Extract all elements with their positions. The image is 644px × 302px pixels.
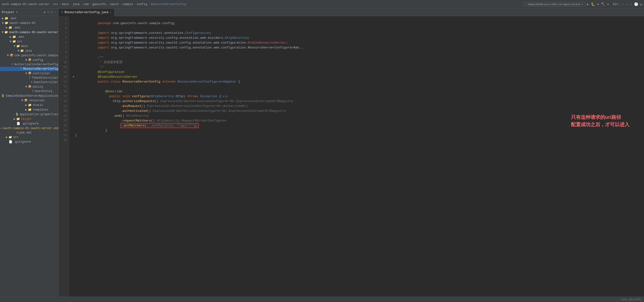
code-line-19: .authenticated() ExpressionUrlAuthorizat… <box>72 104 644 109</box>
code-container: 1 2 3 4 5 6 7 8 9 10 11 12 13 14 15 16 1… <box>58 16 644 297</box>
sidebar-item-oauth-server[interactable]: ▼ 📁 oauth-sample-01-oauth-server <box>0 30 58 35</box>
code-line-11: @Configuration <box>72 65 644 70</box>
folder-icon-main: 📁 <box>16 44 20 48</box>
breadcrumb-current: ResourceServerConfig <box>151 3 186 6</box>
tab-close[interactable]: ✕ <box>110 11 112 14</box>
resources-icon: 📦 <box>24 99 28 102</box>
sidebar-item-app-properties[interactable]: 🍃 application.properties <box>0 112 58 117</box>
sidebar-title: Project ▾ <box>2 11 18 14</box>
sidebar-item-gitignore2[interactable]: 📄 .gitignore <box>0 140 58 144</box>
file-icon-gitignore1: 📄 <box>16 122 20 125</box>
code-line-5: import org.springframework.security.oaut… <box>72 36 644 41</box>
config-package-icon: 📦 <box>28 58 32 62</box>
folder-icon-target: 📁 <box>16 117 20 121</box>
git-push[interactable]: ↗ <box>630 2 632 6</box>
code-line-15: @Override <box>72 84 644 89</box>
expand-icon: ▶ <box>2 17 4 20</box>
sidebar-item-user-controller[interactable]: C UserController <box>0 80 58 85</box>
sidebar-item-auth-server-config[interactable]: C AuthorizationServerConfig <box>0 62 58 67</box>
sidebar-item-user-entity[interactable]: C UserEntity <box>0 89 58 94</box>
code-line-9: * 资源服务配置 <box>72 55 644 60</box>
iml-icon: ◇ <box>0 126 2 130</box>
code-line-14 <box>72 79 644 84</box>
sidebar-item-entity[interactable]: ▼ 📦 entity <box>0 85 58 89</box>
class-icon-entity: C <box>32 90 34 93</box>
pom-icon: m <box>16 131 18 134</box>
run-button[interactable]: ▶ <box>587 2 589 6</box>
sidebar-item-java[interactable]: ▼ 📁 java <box>0 49 58 53</box>
sidebar-item-gitignore1[interactable]: 📄 .gitignore <box>0 121 58 126</box>
folder-icon-static: 📁 <box>28 103 32 107</box>
collapse-icon[interactable]: ≡ <box>47 10 49 14</box>
git-check1[interactable]: ✓ <box>622 2 624 6</box>
sidebar-item-token-controller[interactable]: C TokenController <box>0 76 58 80</box>
sidebar-item-resource-server-config[interactable]: C ResourceServerConfig <box>0 67 58 71</box>
code-line-12: @EnableResourceServer <box>72 70 644 75</box>
code-editor[interactable]: − package com.gaoxinfu.oauth.sample.conf… <box>69 16 644 297</box>
sidebar-item-templates[interactable]: ▶ 📁 templates <box>0 107 58 112</box>
sidebar-item-resources[interactable]: ▼ 📦 resources <box>0 98 58 103</box>
code-line-4: import org.springframework.security.conf… <box>72 31 644 36</box>
folder-icon-templates: 📁 <box>28 108 32 112</box>
build-button[interactable]: 🔨 <box>601 2 605 6</box>
folder-icon-oauth: 📁 <box>4 21 8 25</box>
class-icon-token: C <box>29 76 31 80</box>
breadcrumb-java: java <box>72 3 80 6</box>
run-config-icon: ✕ <box>525 3 527 6</box>
sidebar-tree: ▶ 📁 .mvn ▼ 📁 oauth-sample-01 ▶ 📁 .mvn <box>0 16 58 297</box>
run-config-label: Sample01ResourceServerApplication <box>528 3 581 6</box>
breadcrumb-sample: sample <box>122 3 133 6</box>
git-check2[interactable]: ✓ <box>626 2 628 6</box>
tab-file-icon: C <box>61 11 63 14</box>
coverage-button[interactable]: ⊕ <box>597 2 599 6</box>
sidebar-item-mvn2[interactable]: ▶ 📁 .mvn <box>0 25 58 30</box>
sidebar-item-pom[interactable]: m pom.xml <box>0 131 58 135</box>
folder-icon-java: 📁 <box>20 49 24 53</box>
breadcrumb-main: main <box>62 3 69 6</box>
code-line-16: − public void configure(HttpSecurity htt… <box>72 89 644 94</box>
settings-icon[interactable]: ⚙ <box>50 10 52 14</box>
sidebar-item-mvn3[interactable]: ▶ 📁 .mvn <box>0 35 58 39</box>
breadcrumb-com: com <box>83 3 88 6</box>
code-line-18: .anyRequest() ExpressionUrlAuthorization… <box>72 99 644 104</box>
sidebar-item-static[interactable]: ▶ 📁 static <box>0 103 58 107</box>
code-line-24 <box>72 128 644 133</box>
sidebar-item-src2[interactable]: ▶ 📁 src <box>0 135 58 140</box>
line-numbers: 1 2 3 4 5 6 7 8 9 10 11 12 13 14 15 16 1… <box>58 16 69 297</box>
controller-icon: 📦 <box>28 72 32 75</box>
sidebar: Project ▾ ⊕ ≡ ⚙ − ▶ 📁 .mvn ▼ 📁 oauth-s <box>0 9 58 297</box>
sidebar-item-config[interactable]: ▼ 📦 config <box>0 58 58 62</box>
fold-gutter-1: − <box>72 16 75 21</box>
debug-button[interactable]: 🐛 <box>591 2 595 6</box>
sidebar-item-iml[interactable]: ◇ oauth-sample-01-oauth-server.iml <box>0 126 58 131</box>
folder-icon-mvn3: 📁 <box>12 35 16 39</box>
breadcrumb-gaoxinfu: gaoxinfu <box>92 3 106 6</box>
close-icon[interactable]: − <box>54 10 56 14</box>
class-icon-auth: C <box>12 63 14 66</box>
sidebar-item-src[interactable]: ▼ 📁 src <box>0 39 58 44</box>
sidebar-item-main[interactable]: ▼ 📁 main <box>0 44 58 49</box>
class-icon-user: C <box>31 81 32 84</box>
class-icon-resource: C <box>20 67 22 71</box>
code-line-6: import org.springframework.security.oaut… <box>72 41 644 45</box>
tab-label: ResourceServerConfig.java <box>64 11 108 14</box>
folder-icon-mvn2: 📁 <box>8 26 12 30</box>
app-icon: 🍃 <box>1 94 4 98</box>
editor-area: C ResourceServerConfig.java ✕ 1 2 3 4 5 … <box>58 9 644 297</box>
more-button[interactable]: ▾ <box>607 2 609 6</box>
sidebar-item-controller[interactable]: ▼ 📦 controller <box>0 71 58 76</box>
sidebar-item-package[interactable]: ▼ 📦 com.gaoxinfu.oauth.sample <box>0 53 58 58</box>
breadcrumb-src: src <box>53 3 58 6</box>
git-history[interactable]: 🕐 <box>634 2 638 6</box>
sep1: › <box>50 3 52 6</box>
sidebar-item-main-app[interactable]: 🍃 Sample01OauthServerApplication <box>0 94 58 98</box>
run-config-dropdown-icon[interactable]: ▾ <box>582 3 584 6</box>
sidebar-item-oauth-sample-01[interactable]: ▼ 📁 oauth-sample-01 <box>0 21 58 25</box>
sidebar-item-target[interactable]: ▶ 📁 target <box>0 117 58 121</box>
git-revert[interactable]: ↺ <box>640 2 642 6</box>
locate-icon[interactable]: ⊕ <box>44 10 46 14</box>
status-text: CSDN @东山富哥 <box>621 297 641 301</box>
sidebar-item-mvn-top[interactable]: ▶ 📁 .mvn <box>0 16 58 21</box>
tab-resource-server-config[interactable]: C ResourceServerConfig.java ✕ <box>58 9 115 16</box>
run-config[interactable]: ✕ Sample01ResourceServerApplication ▾ <box>523 2 585 7</box>
